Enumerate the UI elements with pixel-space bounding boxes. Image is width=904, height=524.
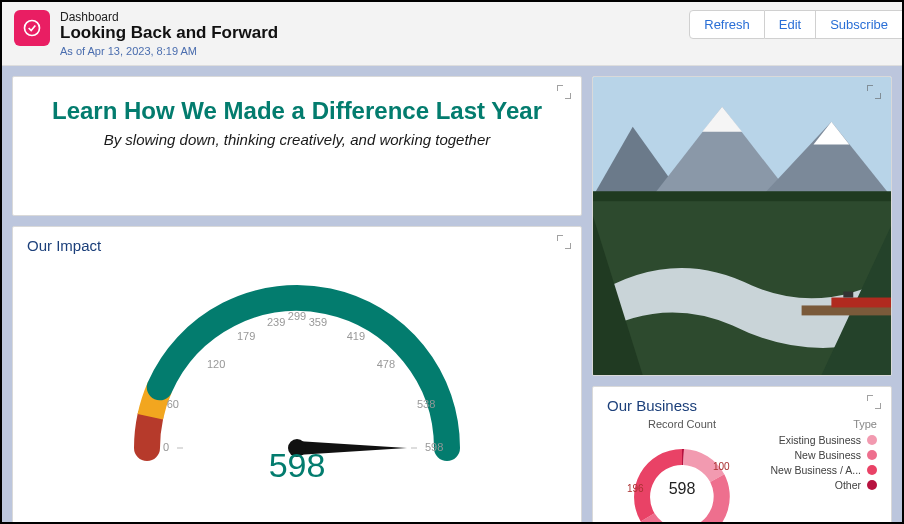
svg-rect-27 [831, 297, 891, 307]
dashboard-title: Looking Back and Forward [60, 24, 278, 43]
svg-text:538: 538 [417, 398, 435, 410]
legend-item[interactable]: Other [757, 479, 877, 491]
svg-rect-23 [593, 191, 891, 201]
legend-item[interactable]: New Business / A... [757, 464, 877, 476]
edit-button[interactable]: Edit [765, 10, 816, 39]
mountain-image [593, 77, 891, 375]
svg-text:60: 60 [167, 398, 179, 410]
business-card: Our Business Record Count [592, 386, 892, 524]
svg-text:179: 179 [237, 330, 255, 342]
svg-text:120: 120 [207, 358, 225, 370]
svg-point-0 [25, 21, 40, 36]
metric-label: Record Count [607, 418, 757, 430]
as-of-timestamp: As of Apr 13, 2023, 8:19 AM [60, 45, 278, 57]
legend-item[interactable]: New Business [757, 449, 877, 461]
expand-icon[interactable] [557, 85, 571, 99]
svg-text:419: 419 [347, 330, 365, 342]
expand-icon[interactable] [557, 235, 571, 249]
svg-text:299: 299 [288, 310, 306, 322]
dashboard-header: Dashboard Looking Back and Forward As of… [2, 2, 902, 66]
expand-icon[interactable] [867, 85, 881, 99]
legend-item[interactable]: Existing Business [757, 434, 877, 446]
card-title: Our Impact [27, 237, 567, 254]
header-actions: Refresh Edit Subscribe [689, 10, 902, 39]
gauge-value: 598 [27, 446, 567, 485]
svg-text:478: 478 [377, 358, 395, 370]
subscribe-button[interactable]: Subscribe [816, 10, 902, 39]
legend: Type Existing Business New Business New … [757, 418, 877, 524]
refresh-button[interactable]: Refresh [689, 10, 765, 39]
svg-text:100: 100 [713, 461, 730, 472]
hero-card: Learn How We Made a Difference Last Year… [12, 76, 582, 216]
hero-title: Learn How We Made a Difference Last Year [27, 97, 567, 125]
dashboard-icon [14, 10, 50, 46]
image-card [592, 76, 892, 376]
gauge-chart: 0 60 120 179 239 299 359 419 478 538 598… [27, 258, 567, 478]
impact-card: Our Impact 0 60 [12, 226, 582, 524]
expand-icon[interactable] [867, 395, 881, 409]
donut-chart: 100 298 196 [617, 432, 747, 524]
object-label: Dashboard [60, 10, 278, 24]
svg-text:359: 359 [309, 316, 327, 328]
donut-total: 598 [607, 480, 757, 498]
card-title: Our Business [607, 397, 877, 414]
svg-text:239: 239 [267, 316, 285, 328]
svg-rect-28 [843, 291, 853, 297]
hero-subtitle: By slowing down, thinking creatively, an… [27, 131, 567, 148]
